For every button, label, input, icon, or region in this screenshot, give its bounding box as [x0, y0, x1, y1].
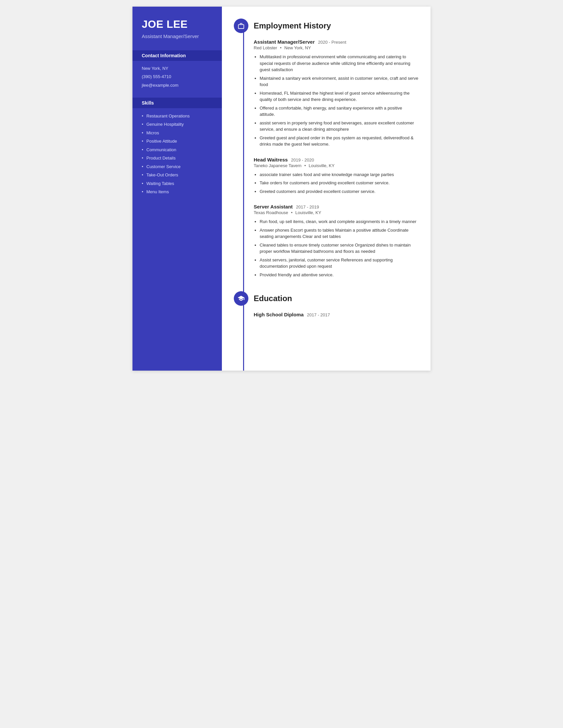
education-container: High School Diploma2017 - 2017: [234, 312, 419, 317]
separator: •: [303, 163, 307, 168]
skill-item: Waiting Tables: [142, 180, 212, 187]
education-section-title: Education: [254, 294, 292, 303]
graduation-icon: [237, 295, 245, 302]
skill-item: Take-Out Orders: [142, 172, 212, 178]
skill-item: Genuine Hospitality: [142, 121, 212, 128]
job-bullet: associate trainer sales food and wine kn…: [259, 171, 419, 178]
employment-icon-circle: [234, 19, 248, 33]
job-entry: Server Assistant2017 - 2019Texas Roadhou…: [234, 204, 419, 278]
job-bullet: Provided friendly and attentive service.: [259, 272, 419, 278]
job-bullet: Homestead, FL Maintained the highest lev…: [259, 90, 419, 103]
job-location: Louisville, KY: [309, 163, 335, 168]
skill-item: Product Details: [142, 155, 212, 161]
job-bullets: Run food, up sell items, clean, work and…: [254, 218, 419, 278]
education-section: Education High School Diploma2017 - 2017: [234, 291, 419, 317]
separator: •: [290, 210, 294, 215]
candidate-name: JOE LEE: [142, 19, 212, 30]
employment-section-header-row: Employment History: [234, 19, 419, 33]
job-bullet: Multitasked in professional environment …: [259, 54, 419, 73]
job-title-row: Assistant Manager/Server2020 - Present: [254, 39, 419, 45]
job-entry: Head Waitress2019 - 2020Taneko Japanese …: [234, 157, 419, 195]
contact-email: jlee@example.com: [142, 82, 212, 88]
job-bullet: Take orders for customers and providing …: [259, 180, 419, 186]
job-location: New York, NY: [285, 45, 311, 50]
main-content: Employment History Assistant Manager/Ser…: [222, 7, 431, 371]
job-bullet: Offered a comfortable, high energy, and …: [259, 105, 419, 118]
education-section-header-row: Education: [234, 291, 419, 306]
job-dates: 2020 - Present: [318, 40, 346, 45]
job-dates: 2017 - 2019: [296, 205, 319, 209]
job-title-row: Server Assistant2017 - 2019: [254, 204, 419, 209]
skill-item: Restaurant Operations: [142, 113, 212, 119]
separator: •: [279, 45, 283, 50]
education-entry: High School Diploma2017 - 2017: [234, 312, 419, 317]
sidebar: JOE LEE Assistant Manager/Server Contact…: [132, 7, 222, 371]
job-bullet: assist servers in properly serving food …: [259, 120, 419, 133]
edu-dates: 2017 - 2017: [307, 312, 330, 317]
skill-item: Menu Items: [142, 189, 212, 195]
skill-item: Micros: [142, 130, 212, 136]
job-bullet: Run food, up sell items, clean, work and…: [259, 218, 419, 225]
job-title-row: Head Waitress2019 - 2020: [254, 157, 419, 162]
job-entry: Assistant Manager/Server2020 - PresentRe…: [234, 39, 419, 148]
candidate-title: Assistant Manager/Server: [142, 33, 212, 40]
job-title: Server Assistant: [254, 204, 293, 209]
education-icon-circle: [234, 291, 248, 306]
skill-item: Positive Attitude: [142, 138, 212, 145]
job-title: Head Waitress: [254, 157, 288, 162]
job-bullet: Cleaned tables to ensure timely customer…: [259, 242, 419, 255]
job-title: Assistant Manager/Server: [254, 39, 315, 45]
contact-phone: (390) 555-4710: [142, 74, 212, 80]
job-company: Red Lobster: [254, 45, 277, 50]
resume-container: JOE LEE Assistant Manager/Server Contact…: [132, 7, 431, 371]
job-dates: 2019 - 2020: [291, 158, 314, 162]
job-company-row: Red Lobster • New York, NY: [254, 45, 419, 50]
job-bullets: associate trainer sales food and wine kn…: [254, 171, 419, 195]
contact-info: New York, NY (390) 555-4710 jlee@example…: [142, 66, 212, 88]
skills-section-header: Skills: [132, 98, 222, 108]
job-location: Louisville, KY: [296, 210, 321, 215]
job-bullet: Greeted customers and provided excellent…: [259, 188, 419, 195]
job-bullet: Answer phones Escort guests to tables Ma…: [259, 227, 419, 240]
job-bullet: Maintained a sanitary work environment, …: [259, 75, 419, 88]
job-bullet: Greeted guest and placed order in the po…: [259, 135, 419, 148]
job-bullet: Assist servers, janitorial, customer ser…: [259, 257, 419, 270]
job-bullets: Multitasked in professional environment …: [254, 54, 419, 148]
employment-section-title: Employment History: [254, 21, 331, 30]
skill-item: Customer Service: [142, 163, 212, 170]
edu-title: High School Diploma: [254, 312, 304, 317]
contact-city: New York, NY: [142, 66, 212, 71]
job-company: Texas Roadhouse: [254, 210, 288, 215]
job-company: Taneko Japanese Tavern: [254, 163, 302, 168]
skill-item: Communication: [142, 147, 212, 153]
skills-list: Restaurant OperationsGenuine Hospitality…: [142, 113, 212, 195]
job-company-row: Taneko Japanese Tavern • Louisville, KY: [254, 163, 419, 168]
edu-title-row: High School Diploma2017 - 2017: [254, 312, 419, 317]
contact-section-header: Contact Information: [132, 50, 222, 61]
employment-section: Employment History Assistant Manager/Ser…: [234, 19, 419, 278]
job-company-row: Texas Roadhouse • Louisville, KY: [254, 210, 419, 215]
jobs-container: Assistant Manager/Server2020 - PresentRe…: [234, 39, 419, 278]
briefcase-icon: [237, 22, 245, 29]
